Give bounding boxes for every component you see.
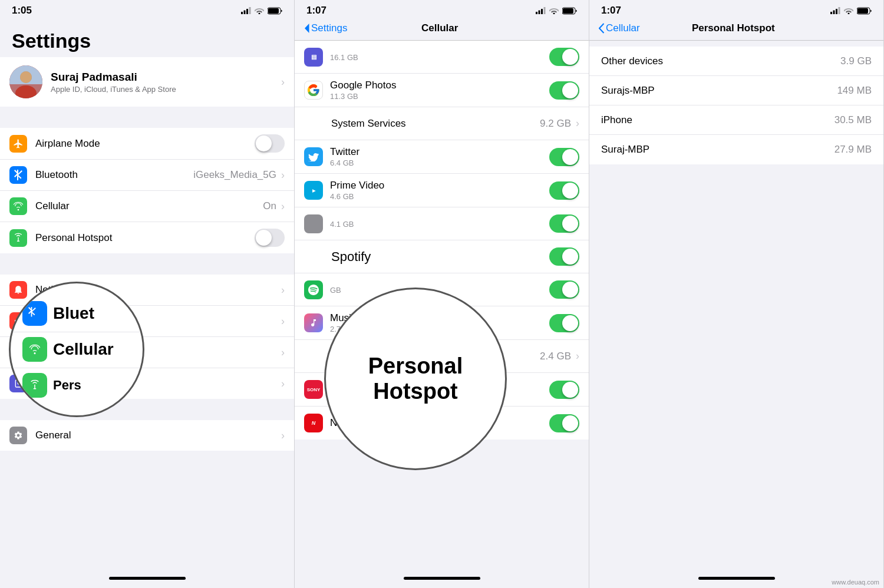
system-services-name: System Services (331, 118, 540, 130)
page-title: Settings (0, 20, 294, 57)
surajs-mbp-row[interactable]: Surajs-MBP 149 MB (589, 76, 883, 105)
spotify-name-big: Spotify (331, 249, 549, 265)
signal-icon-2 (536, 7, 546, 14)
svg-point-12 (18, 209, 19, 210)
cell-icon-prime: ▶ (304, 181, 323, 200)
svg-rect-25 (839, 7, 840, 14)
svg-rect-23 (833, 11, 835, 15)
toggle-spotify-label[interactable] (549, 247, 579, 266)
cell-row-google[interactable]: Google Photos 11.3 GB (295, 74, 589, 107)
avatar (9, 65, 42, 98)
hotspot-icon-bg (9, 229, 27, 247)
notifications-icon-bg (9, 281, 27, 299)
toggle-sony[interactable] (549, 381, 579, 399)
cell-row-system[interactable]: System Services 9.2 GB › (295, 107, 589, 140)
toggle-music[interactable] (549, 314, 579, 332)
svg-rect-14 (536, 12, 537, 14)
other-devices-row[interactable]: Other devices 3.9 GB (589, 47, 883, 76)
home-indicator-3 (698, 577, 775, 580)
profile-sub: Apple ID, iCloud, iTunes & App Store (51, 85, 281, 94)
back-label-hotspot: Cellular (606, 22, 640, 34)
cellular-icon-bg (9, 197, 27, 215)
status-icons-3 (830, 7, 872, 15)
settings-panel: 1:05 Settings (0, 0, 295, 588)
chevron-icon-bluetooth: › (281, 169, 285, 181)
chevron-icon-sounds: › (281, 315, 285, 328)
battery-icon-3 (857, 7, 872, 15)
cell-row-twitter[interactable]: Twitter 6.4 GB (295, 140, 589, 174)
surajs-mbp-value: 149 MB (837, 85, 872, 97)
chevron-icon-dnd: › (281, 346, 285, 359)
bluetooth-row[interactable]: Bluetooth iGeeks_Media_5G › (0, 160, 294, 191)
prime-name: Prime Video (330, 180, 549, 191)
chevron-icon-general: › (281, 430, 285, 442)
cell-row-unknown1[interactable]: 4.1 GB (295, 207, 589, 240)
panel2-magnify-circle: Personal Hotspot (324, 288, 507, 470)
cell-size-top: 16.1 GB (330, 53, 549, 62)
general-label: General (35, 430, 281, 441)
google-photos-name: Google Photos (330, 80, 549, 91)
cell-icon-twitter (304, 147, 323, 166)
google-photos-size: 11.3 GB (330, 92, 549, 101)
toggle-knob-2 (256, 230, 272, 246)
toggle-google[interactable] (549, 81, 579, 100)
back-button-hotspot[interactable]: Cellular (599, 22, 640, 34)
general-group: General › (0, 420, 294, 451)
chevron-system: › (576, 117, 579, 130)
cell-row-prime[interactable]: ▶ Prime Video 4.6 GB (295, 174, 589, 207)
wifi-icon-3 (844, 7, 853, 14)
toggle-prime[interactable] (549, 181, 579, 200)
suraj-mbp-row[interactable]: Suraj-MBP 27.9 MB (589, 135, 883, 164)
magnify-bluetooth-text: Bluet (53, 304, 94, 323)
svg-rect-16 (541, 9, 543, 14)
cell-row-top[interactable]: ▤ 16.1 GB (295, 41, 589, 74)
svg-rect-2 (246, 9, 248, 14)
cellular-nav-title: Cellular (421, 22, 458, 34)
profile-info: Suraj Padmasali Apple ID, iCloud, iTunes… (51, 71, 281, 94)
cellular-nav: Settings Cellular (295, 20, 589, 41)
svg-rect-3 (249, 7, 251, 14)
toggle-unk1[interactable] (549, 214, 579, 233)
svg-rect-19 (563, 8, 573, 14)
toggle-netflix[interactable] (549, 414, 579, 432)
svg-rect-24 (836, 9, 837, 14)
cell-row-spotify-label[interactable]: Spotify (295, 240, 589, 273)
chevron-uninstalled: › (576, 350, 579, 362)
hotspot-nav: Cellular Personal Hotspot (589, 20, 883, 41)
general-row[interactable]: General › (0, 420, 294, 451)
chevron-icon-cellular: › (281, 200, 285, 213)
battery-icon-2 (562, 7, 577, 15)
cellular-row[interactable]: Cellular On › (0, 191, 294, 222)
time-3: 1:07 (601, 5, 621, 16)
prime-size: 4.6 GB (330, 192, 549, 201)
cell-icon-sony: SONY (304, 380, 323, 399)
magnify-cellular-text: Cellular (53, 340, 114, 359)
airplane-toggle[interactable] (255, 134, 285, 153)
time-2: 1:07 (306, 5, 326, 16)
svg-rect-17 (544, 7, 546, 14)
personal-hotspot-label: Personal Hotspot (35, 232, 255, 244)
iphone-row[interactable]: iPhone 30.5 MB (589, 105, 883, 135)
profile-row[interactable]: Suraj Padmasali Apple ID, iCloud, iTunes… (0, 57, 294, 107)
toggle-top[interactable] (549, 48, 579, 66)
suraj-mbp-value: 27.9 MB (834, 144, 872, 156)
cell-icon-netflix: N (304, 414, 323, 432)
signal-icon (241, 7, 251, 14)
profile-section: Suraj Padmasali Apple ID, iCloud, iTunes… (0, 57, 294, 107)
cellular-panel: 1:07 Settings Cellular (295, 0, 589, 588)
svg-rect-22 (830, 12, 832, 14)
back-label-cellular: Settings (311, 22, 347, 34)
cell-icon-unk1 (304, 214, 323, 233)
hotspot-toggle[interactable] (255, 229, 285, 247)
time-1: 1:05 (12, 5, 32, 16)
toggle-spotify[interactable] (549, 280, 579, 299)
back-button-cellular[interactable]: Settings (304, 22, 347, 34)
personal-hotspot-panel: 1:07 Cellular Personal H (589, 0, 884, 588)
toggle-twitter[interactable] (549, 148, 579, 166)
other-devices-value: 3.9 GB (840, 55, 872, 67)
cellular-value: On (263, 200, 276, 212)
personal-hotspot-row[interactable]: Personal Hotspot (0, 222, 294, 253)
section-gap-2 (0, 253, 294, 275)
battery-icon (268, 7, 282, 15)
airplane-mode-row[interactable]: Airplane Mode (0, 128, 294, 160)
